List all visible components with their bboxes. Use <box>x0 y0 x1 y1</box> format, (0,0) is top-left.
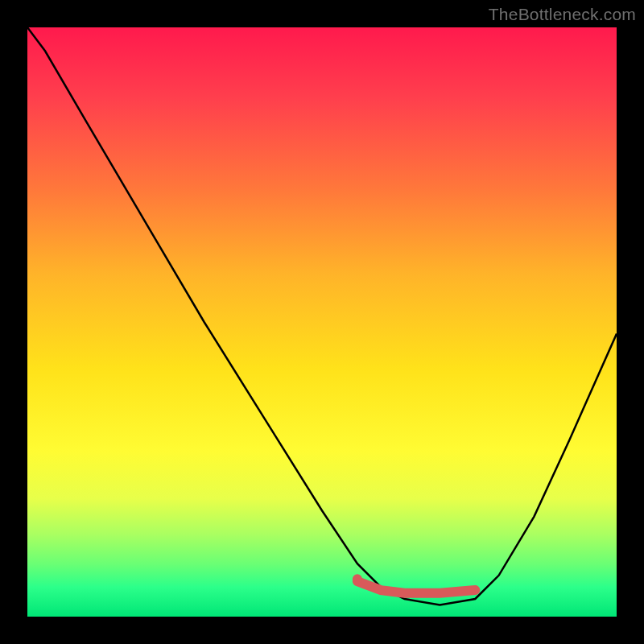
highlight-start-dot <box>353 574 362 584</box>
watermark-text: TheBottleneck.com <box>489 5 636 24</box>
plot-area <box>27 27 617 617</box>
curve-overlay <box>27 27 617 617</box>
highlight-segment <box>357 581 475 593</box>
chart-container: TheBottleneck.com <box>0 0 644 644</box>
bottleneck-curve <box>27 27 617 605</box>
